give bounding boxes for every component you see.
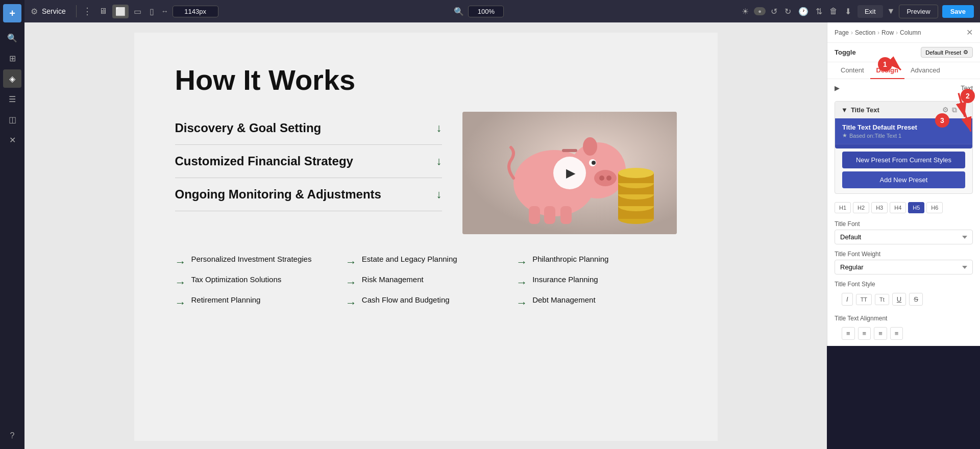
delete-icon[interactable]: 🗑: [827, 5, 840, 18]
tablet-icon[interactable]: ▭: [131, 5, 144, 18]
title-text-section: ▼ Title Text ⚙ ⧉ ⤢ Title Text Default Pr…: [835, 101, 973, 194]
section-arrow-right: ▶: [835, 84, 840, 92]
heading-h6[interactable]: H6: [926, 202, 943, 213]
align-center[interactable]: ≡: [858, 327, 871, 340]
heading-h2[interactable]: H2: [853, 202, 869, 213]
annotation-3: 3: [935, 113, 949, 128]
style-uppercase[interactable]: TT: [856, 294, 872, 305]
feature-text-6: Philanthropic Planning: [532, 255, 608, 263]
title-font-weight-section: Title Font Weight Regular: [827, 247, 980, 278]
history-icon[interactable]: 🕐: [796, 5, 811, 18]
preset-dropdown: Title Text Default Preset ★ Based on:Tit…: [835, 118, 972, 148]
top-bar: ⚙ Service ⋮ 🖥 ⬜ ▭ ▯ ↔ 🔍 ☀ ● ↺ ↻ 🕐 ⇅ 🗑 ⬇ …: [24, 0, 980, 22]
title-font-weight-select[interactable]: Regular: [835, 260, 973, 275]
exit-button[interactable]: Exit: [857, 5, 883, 18]
more-icon[interactable]: ✕: [3, 131, 21, 149]
redo-icon[interactable]: ↻: [782, 5, 793, 18]
desktop-icon[interactable]: 🖥: [96, 5, 110, 18]
feature-item-2: → Retirement Planning: [175, 295, 335, 310]
accordion-title-1: Discovery & Goal Setting: [175, 121, 322, 135]
style-underline[interactable]: U: [892, 293, 906, 306]
accordion-item-2[interactable]: Customized Financial Strategy ↓: [175, 145, 442, 178]
style-strikethrough[interactable]: S: [909, 293, 923, 306]
feature-text-7: Insurance Planning: [532, 275, 598, 284]
title-font-select[interactable]: Default: [835, 230, 973, 244]
canvas-area[interactable]: How It Works Discovery & Goal Setting ↓ …: [24, 22, 827, 449]
add-element-button[interactable]: +: [3, 4, 21, 22]
style-italic[interactable]: I: [842, 293, 853, 306]
default-preset-button[interactable]: Default Preset ⚙: [921, 47, 973, 58]
preset-item-selected[interactable]: Title Text Default Preset ★ Based on:Tit…: [835, 118, 972, 144]
feature-arrow-7: →: [516, 276, 527, 289]
responsive-icon[interactable]: ↔: [161, 7, 168, 15]
sun-icon[interactable]: ☀: [740, 5, 751, 18]
title-text-copy-icon[interactable]: ⧉: [952, 106, 957, 114]
responsive-settings-icon[interactable]: ⇅: [814, 5, 824, 18]
save-button[interactable]: Save: [942, 5, 974, 18]
feature-item-6: → Philanthropic Planning: [516, 255, 676, 269]
dots-icon[interactable]: ⋮: [83, 6, 92, 17]
zoom-input[interactable]: [468, 6, 504, 17]
add-preset-button[interactable]: Add New Preset: [842, 171, 965, 188]
accordion-item-3[interactable]: Ongoing Monitoring & Adjustments ↓: [175, 178, 442, 211]
search-sidebar-icon[interactable]: 🔍: [3, 29, 21, 47]
breadcrumb-column[interactable]: Column: [900, 29, 921, 36]
right-panel: Page › Section › Row › Column ✕ Toggle D…: [827, 22, 980, 346]
device-switcher: 🖥 ⬜ ▭ ▯: [96, 5, 157, 18]
heading-h1[interactable]: H1: [835, 202, 851, 213]
style-capitalize[interactable]: Tt: [875, 294, 889, 305]
close-panel-icon[interactable]: ✕: [966, 28, 973, 37]
svg-point-5: [599, 176, 604, 181]
video-thumbnail[interactable]: ▶: [462, 112, 677, 234]
design-icon[interactable]: ◈: [3, 69, 21, 88]
breadcrumb-page[interactable]: Page: [835, 29, 849, 36]
align-justify[interactable]: ≡: [890, 327, 903, 340]
title-text-expand-icon[interactable]: ▼: [841, 106, 848, 114]
tab-content[interactable]: Content: [835, 62, 870, 79]
feature-text-4: Risk Management: [362, 275, 424, 284]
title-font-weight-label: Title Font Weight: [835, 251, 973, 258]
mobile-icon[interactable]: ▯: [146, 5, 157, 18]
svg-rect-11: [529, 206, 540, 224]
text-section-row[interactable]: ▶ Text: [835, 84, 973, 92]
download-icon[interactable]: ⬇: [843, 5, 853, 18]
gear-icon[interactable]: ⚙: [31, 7, 38, 16]
help-icon[interactable]: ?: [3, 427, 21, 445]
heading-h5[interactable]: H5: [908, 202, 924, 213]
tab-advanced[interactable]: Advanced: [904, 62, 946, 79]
play-button[interactable]: ▶: [553, 157, 586, 189]
panel-wrapper: 1 2 3 Page › Section ›: [827, 22, 980, 449]
title-text-expand-full-icon[interactable]: ⤢: [960, 106, 966, 114]
accordion-item-1[interactable]: Discovery & Goal Setting ↓: [175, 112, 442, 145]
new-preset-button[interactable]: New Preset From Current Styles: [842, 152, 965, 168]
width-input[interactable]: [173, 6, 218, 17]
how-it-works-title: How It Works: [175, 63, 677, 96]
search-icon[interactable]: 🔍: [454, 7, 464, 16]
preset-based: ★ Based on:Title Text 1: [842, 132, 965, 139]
feature-item-4: → Risk Management: [346, 275, 506, 289]
theme-toggle[interactable]: ●: [754, 7, 766, 15]
structure-icon[interactable]: ⊞: [3, 49, 21, 67]
align-right[interactable]: ≡: [874, 327, 887, 340]
title-text-alignment-label: Title Text Alignment: [835, 315, 973, 322]
features-grid: → Personalized Investment Strategies → E…: [175, 255, 677, 310]
feature-arrow-8: →: [516, 296, 527, 310]
feature-text-1: Tax Optimization Solutions: [191, 275, 282, 284]
preset-spacer: [835, 144, 972, 148]
heading-h3[interactable]: H3: [871, 202, 888, 213]
feature-item-3: → Estate and Legacy Planning: [346, 255, 506, 269]
style-buttons: I TT Tt U S: [835, 290, 973, 309]
accordion-arrow-1: ↓: [436, 121, 442, 135]
align-left[interactable]: ≡: [842, 327, 855, 340]
pages-icon[interactable]: ☰: [3, 90, 21, 108]
breadcrumb-section[interactable]: Section: [855, 29, 875, 36]
breadcrumb-row[interactable]: Row: [881, 29, 894, 36]
preview-button[interactable]: Preview: [899, 5, 938, 18]
laptop-icon[interactable]: ⬜: [112, 5, 129, 18]
feature-arrow-1: →: [175, 276, 186, 289]
heading-h4[interactable]: H4: [890, 202, 906, 213]
elements-icon[interactable]: ◫: [3, 110, 21, 129]
svg-point-8: [592, 161, 596, 165]
undo-icon[interactable]: ↺: [769, 5, 779, 18]
accordion-title-2: Customized Financial Strategy: [175, 154, 353, 168]
